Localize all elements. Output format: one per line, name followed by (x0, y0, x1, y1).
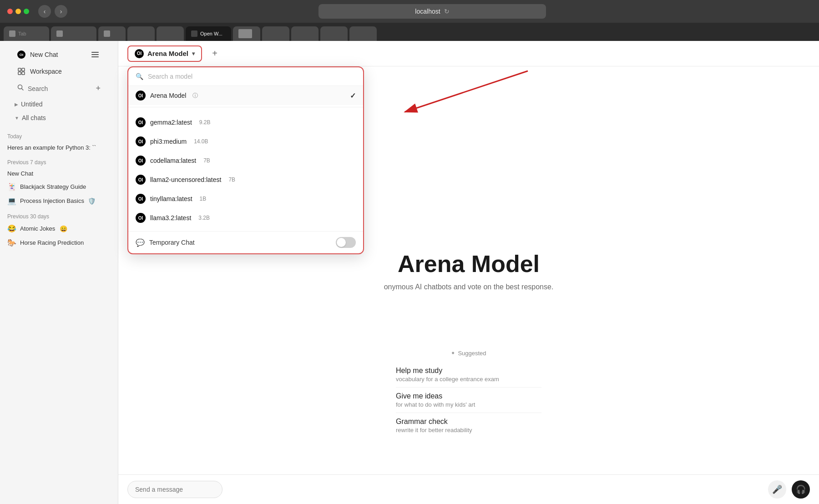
model-name: tinyllama:latest (150, 195, 192, 202)
browser-tab[interactable] (157, 26, 184, 41)
dropdown-model-item-phi3[interactable]: OI phi3:medium 14.0B (128, 132, 363, 151)
tab-favicon (191, 30, 197, 37)
add-icon: + (212, 48, 217, 59)
chat-title: Horse Racing Prediction (20, 239, 84, 246)
forward-button[interactable]: › (55, 5, 67, 18)
browser-tab[interactable] (320, 26, 348, 41)
reload-icon[interactable]: ↻ (444, 8, 450, 15)
main-content: OI Arena Model ▾ + 🔍 OI Arena Model ⓘ (118, 41, 819, 504)
suggestion-item-study[interactable]: Help me study vocabulary for a college e… (396, 362, 541, 388)
chat-emoji: 🃏 (7, 182, 16, 191)
list-item[interactable]: Heres an example for Python 3: `` (0, 141, 118, 154)
browser-tab[interactable] (98, 26, 126, 41)
chevron-down-icon: ▾ (192, 50, 195, 57)
ol-logo-icon: OI (17, 50, 25, 59)
sidebar-section-today: Today (0, 128, 118, 141)
search-icon (17, 84, 24, 93)
suggestion-title: Give me ideas (396, 392, 541, 400)
svg-rect-3 (22, 72, 25, 75)
workspace-label: Workspace (30, 68, 62, 75)
suggestion-desc: vocabulary for a college entrance exam (396, 376, 541, 383)
browser-tab[interactable] (262, 26, 289, 41)
model-name: codellama:latest (150, 157, 196, 164)
model-selector-label: Arena Model (147, 50, 188, 57)
top-bar: OI Arena Model ▾ + (118, 41, 819, 66)
sidebar-item-untitled[interactable]: ▶ Untitled (7, 98, 111, 111)
list-item[interactable]: 🐎 Horse Racing Prediction (0, 236, 118, 250)
browser-tab[interactable] (51, 26, 96, 41)
all-chats-label: All chats (22, 114, 46, 121)
svg-rect-0 (18, 68, 21, 71)
input-bar: 🎤 🎧 (118, 474, 819, 504)
new-chat-icon: OI (17, 50, 25, 59)
chat-title: Process Injection Basics (20, 197, 84, 204)
model-selector-button[interactable]: OI Arena Model ▾ (127, 45, 202, 62)
temp-chat-toggle[interactable] (336, 237, 356, 248)
suggestion-item-ideas[interactable]: Give me ideas for what to do with my kid… (396, 388, 541, 413)
sidebar-item-workspace[interactable]: Workspace (10, 64, 108, 79)
selected-checkmark: ✓ (350, 91, 356, 100)
separator (128, 107, 363, 107)
search-label: Search (28, 85, 92, 92)
hamburger-icon[interactable] (90, 50, 101, 59)
model-dropdown: 🔍 OI Arena Model ⓘ ✓ OI gemma2:latest 9.… (127, 66, 364, 254)
browser-tab-active[interactable]: Open W... (186, 26, 231, 41)
tab-favicon (56, 30, 63, 37)
model-size: 9.2B (199, 119, 211, 126)
browser-tab[interactable] (127, 26, 155, 41)
browser-tab[interactable] (233, 26, 260, 41)
dropdown-arena-model-item[interactable]: OI Arena Model ⓘ ✓ (128, 86, 363, 105)
dropdown-search-container: 🔍 (128, 67, 363, 86)
chat-title: Blackjack Strategy Guide (20, 183, 86, 190)
svg-line-5 (22, 89, 24, 91)
suggestion-desc: rewrite it for better readability (396, 427, 541, 433)
untitled-label: Untitled (21, 101, 42, 108)
dropdown-model-item-llama32[interactable]: OI llama3.2:latest 3.2B (128, 208, 363, 227)
dropdown-model-item-gemma2[interactable]: OI gemma2:latest 9.2B (128, 113, 363, 132)
dropdown-model-item-tinyllama[interactable]: OI tinyllama:latest 1B (128, 189, 363, 208)
arena-model-name: Arena Model (150, 92, 186, 99)
browser-tab[interactable] (291, 26, 318, 41)
back-button[interactable]: ‹ (38, 5, 51, 18)
tab-favicon (104, 30, 110, 37)
list-item[interactable]: 😂 Atomic Jokes 😄 (0, 222, 118, 236)
sidebar: OI New Chat (0, 41, 118, 504)
microphone-button[interactable]: 🎤 (768, 480, 786, 499)
sidebar-item-search[interactable]: Search + (10, 80, 108, 97)
list-item[interactable]: 🃏 Blackjack Strategy Guide (0, 180, 118, 194)
browser-tab-bar: Tab Open W... (0, 23, 819, 41)
sidebar-section-prev7: Previous 7 days (0, 154, 118, 167)
model-name: phi3:medium (150, 138, 187, 145)
browser-tab[interactable]: Tab (4, 26, 49, 41)
address-bar[interactable]: localhost ↻ (318, 4, 546, 19)
add-model-button[interactable]: + (207, 46, 222, 61)
app-container: OI New Chat (0, 41, 819, 504)
ol-model-icon: OI (136, 213, 146, 223)
new-search-plus[interactable]: + (96, 84, 101, 93)
hamburger-menu[interactable] (90, 50, 101, 59)
chat-title: Atomic Jokes (20, 225, 55, 232)
chat-input[interactable] (127, 481, 222, 498)
chat-emoji: 🐎 (7, 238, 16, 247)
list-item[interactable]: 💻 Process Injection Basics 🛡️ (0, 194, 118, 208)
list-item[interactable]: New Chat (0, 167, 118, 180)
browser-tab[interactable] (349, 26, 377, 41)
chat-title: Heres an example for Python 3: `` (7, 144, 96, 151)
headphone-button[interactable]: 🎧 (792, 480, 810, 499)
ol-model-icon: OI (136, 91, 146, 101)
address-text: localhost (415, 8, 440, 15)
temporary-chat-row: 💬 Temporary Chat (128, 231, 363, 253)
sidebar-item-new-chat[interactable]: OI New Chat (10, 46, 108, 63)
svg-rect-2 (18, 72, 21, 75)
model-search-input[interactable] (148, 73, 356, 80)
sidebar-section-prev30: Previous 30 days (0, 208, 118, 222)
sidebar-item-all-chats[interactable]: ▼ All chats (7, 111, 111, 124)
suggestion-item-grammar[interactable]: Grammar check rewrite it for better read… (396, 413, 541, 438)
dropdown-model-item-llama2-uncensored[interactable]: OI llama2-uncensored:latest 7B (128, 170, 363, 189)
ol-logo-icon: OI (135, 49, 144, 58)
ol-model-icon: OI (136, 117, 146, 127)
dropdown-model-item-codellama[interactable]: OI codellama:latest 7B (128, 151, 363, 170)
emoji2: 😄 (60, 225, 67, 232)
chevron-right-icon: ▶ (15, 102, 18, 107)
model-size: 7B (228, 176, 235, 183)
